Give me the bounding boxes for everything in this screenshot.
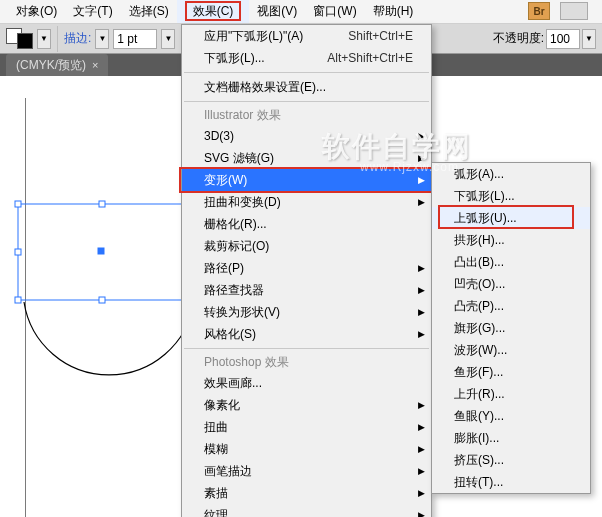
warp-wave[interactable]: 波形(W)... [432,339,590,361]
label: 文档栅格效果设置(E)... [204,79,326,96]
warp-arch[interactable]: 拱形(H)... [432,229,590,251]
label: 波形(W)... [454,342,507,359]
shortcut: Shift+Ctrl+E [348,29,413,43]
label: 栅格化(R)... [204,216,267,233]
document-tab[interactable]: (CMYK/预览) × [6,54,108,77]
label: 膨胀(I)... [454,430,499,447]
bridge-badge[interactable]: Br [528,2,550,20]
menu-type[interactable]: 文字(T) [65,0,120,23]
highlight-effect-menu: 效果(C) [185,1,242,21]
menu-distort-ps[interactable]: 扭曲 [182,416,431,438]
warp-arc[interactable]: 弧形(A)... [432,163,590,185]
arc-path-shape[interactable] [16,296,206,416]
label: 画笔描边 [204,463,252,480]
label: 扭转(T)... [454,474,503,491]
warp-inflate[interactable]: 膨胀(I)... [432,427,590,449]
separator [57,26,58,52]
svg-rect-4 [15,249,21,255]
label: 路径(P) [204,260,244,277]
label: 鱼形(F)... [454,364,503,381]
label: 素描 [204,485,228,502]
menu-distort-transform[interactable]: 扭曲和变换(D) [182,191,431,213]
label: 裁剪标记(O) [204,238,269,255]
label: 3D(3) [204,129,234,143]
chevron-down-icon: ▼ [585,34,593,43]
menu-rasterize[interactable]: 栅格化(R)... [182,213,431,235]
warp-squeeze[interactable]: 挤压(S)... [432,449,590,471]
stroke-swatch[interactable] [17,33,33,49]
label: 应用"下弧形(L)"(A) [204,28,303,45]
label: 旗形(G)... [454,320,505,337]
warp-shell-upper[interactable]: 凸壳(P)... [432,295,590,317]
menu-stylize-ai[interactable]: 风格化(S) [182,323,431,345]
label: 变形(W) [204,172,247,189]
warp-fish[interactable]: 鱼形(F)... [432,361,590,383]
label: 凸出(B)... [454,254,504,271]
chevron-down-icon: ▼ [98,34,106,43]
warp-shell-lower[interactable]: 凹壳(O)... [432,273,590,295]
effect-dropdown-menu: 应用"下弧形(L)"(A) Shift+Ctrl+E 下弧形(L)... Alt… [181,24,432,517]
menu-view[interactable]: 视图(V) [249,0,305,23]
selection-bounding-box[interactable] [14,200,194,310]
stroke-weight-input[interactable] [113,29,157,49]
menu-window[interactable]: 窗口(W) [305,0,364,23]
label: 弧形(A)... [454,166,504,183]
menu-last-effect[interactable]: 下弧形(L)... Alt+Shift+Ctrl+E [182,47,431,69]
menu-texture[interactable]: 纹理 [182,504,431,517]
svg-rect-9 [98,248,104,254]
menu-pathfinder[interactable]: 路径查找器 [182,279,431,301]
menu-warp[interactable]: 变形(W) [182,169,431,191]
menu-effect[interactable]: 效果(C) [177,0,250,23]
opacity-input[interactable] [546,29,580,49]
label: 凹壳(O)... [454,276,505,293]
menu-select[interactable]: 选择(S) [121,0,177,23]
label: 下弧形(L)... [204,50,265,67]
menu-help[interactable]: 帮助(H) [365,0,422,23]
menu-sketch[interactable]: 素描 [182,482,431,504]
warp-twist[interactable]: 扭转(T)... [432,471,590,493]
warp-fisheye[interactable]: 鱼眼(Y)... [432,405,590,427]
menu-crop-marks[interactable]: 裁剪标记(O) [182,235,431,257]
menu-path[interactable]: 路径(P) [182,257,431,279]
warp-arc-lower[interactable]: 下弧形(L)... [432,185,590,207]
fill-dropdown[interactable]: ▼ [37,29,51,49]
tab-close-button[interactable]: × [92,59,98,71]
warp-flag[interactable]: 旗形(G)... [432,317,590,339]
menu-effect-gallery[interactable]: 效果画廊... [182,372,431,394]
label: 拱形(H)... [454,232,505,249]
label: 纹理 [204,507,228,518]
shortcut: Alt+Shift+Ctrl+E [327,51,413,65]
menu-blur[interactable]: 模糊 [182,438,431,460]
stroke-menu[interactable]: ▼ [95,29,109,49]
section-photoshop-effects: Photoshop 效果 [182,352,431,372]
panel-toggle-button[interactable] [560,2,588,20]
separator [184,348,429,349]
menu-object[interactable]: 对象(O) [8,0,65,23]
menu-pixelate[interactable]: 像素化 [182,394,431,416]
label: 凸壳(P)... [454,298,504,315]
warp-rise[interactable]: 上升(R)... [432,383,590,405]
menu-convert-shape[interactable]: 转换为形状(V) [182,301,431,323]
label: 下弧形(L)... [454,188,515,205]
menu-apply-last-effect[interactable]: 应用"下弧形(L)"(A) Shift+Ctrl+E [182,25,431,47]
opacity-dropdown[interactable]: ▼ [582,29,596,49]
stroke-weight-dropdown[interactable]: ▼ [161,29,175,49]
label: 鱼眼(Y)... [454,408,504,425]
warp-bulge[interactable]: 凸出(B)... [432,251,590,273]
menu-svg-filter[interactable]: SVG 滤镜(G) [182,147,431,169]
label: 挤压(S)... [454,452,504,469]
label: 转换为形状(V) [204,304,280,321]
warp-arc-upper[interactable]: 上弧形(U)... [432,207,590,229]
menu-doc-raster-settings[interactable]: 文档栅格效果设置(E)... [182,76,431,98]
menu-brush-strokes[interactable]: 画笔描边 [182,460,431,482]
label: 路径查找器 [204,282,264,299]
warp-submenu: 弧形(A)... 下弧形(L)... 上弧形(U)... 拱形(H)... 凸出… [431,162,591,494]
label: 风格化(S) [204,326,256,343]
menu-3d[interactable]: 3D(3) [182,125,431,147]
menubar: 对象(O) 文字(T) 选择(S) 效果(C) 视图(V) 窗口(W) 帮助(H… [0,0,602,24]
separator [184,101,429,102]
svg-rect-1 [15,201,21,207]
chevron-down-icon: ▼ [40,34,48,43]
section-illustrator-effects: Illustrator 效果 [182,105,431,125]
fill-stroke-swatch[interactable] [6,28,33,49]
